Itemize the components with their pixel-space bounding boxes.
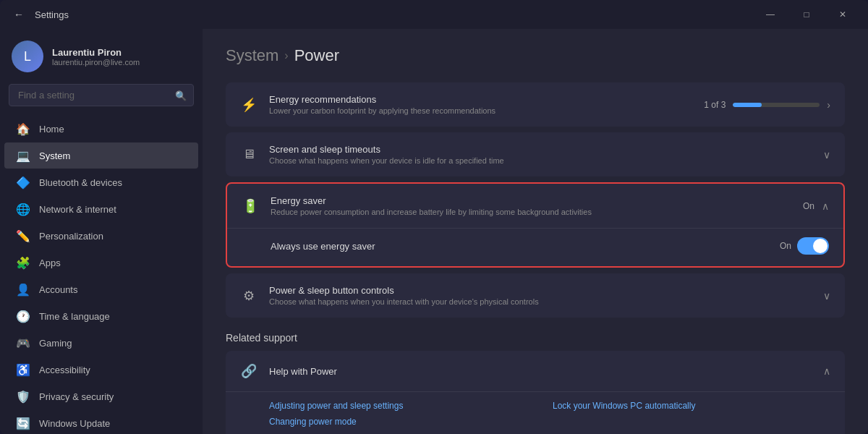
user-email: laurentiu.piron@live.com	[52, 58, 191, 67]
sidebar-label-home: Home	[39, 124, 64, 135]
screen-sleep-card: 🖥 Screen and sleep timeouts Choose what …	[226, 132, 845, 176]
content-area: L Laurentiu Piron laurentiu.piron@live.c…	[0, 29, 868, 434]
sidebar-item-time[interactable]: 🕐 Time & language	[4, 303, 198, 329]
sidebar-label-system: System	[39, 150, 70, 161]
back-button[interactable]: ←	[9, 4, 29, 25]
breadcrumb: System › Power	[226, 46, 845, 65]
help-link[interactable]: Changing power mode	[269, 417, 547, 427]
help-links: Adjusting power and sleep settingsLock y…	[226, 391, 845, 434]
power-sleep-right: ∨	[823, 290, 830, 302]
screen-sleep-right: ∨	[823, 149, 830, 161]
titlebar-title: Settings	[35, 9, 754, 20]
help-title-text: Help with Power	[269, 366, 812, 377]
help-header[interactable]: 🔗 Help with Power ∧	[226, 351, 845, 391]
sidebar-label-accounts: Accounts	[39, 284, 77, 295]
sidebar-item-network[interactable]: 🌐 Network & internet	[4, 196, 198, 222]
energy-recommendations-row[interactable]: ⚡ Energy recommendations Lower your carb…	[226, 82, 845, 127]
sidebar-item-windows-update[interactable]: 🔄 Windows Update	[4, 410, 198, 434]
breadcrumb-separator: ›	[284, 49, 288, 62]
user-section[interactable]: L Laurentiu Piron laurentiu.piron@live.c…	[0, 29, 203, 81]
windows-update-icon: 🔄	[16, 416, 30, 430]
energy-saver-chevron-up-icon: ∧	[822, 200, 829, 212]
apps-icon: 🧩	[16, 255, 30, 270]
help-title: Help with Power	[269, 366, 812, 377]
screen-icon: 🖥	[240, 146, 258, 163]
help-chevron-up-icon: ∧	[823, 365, 830, 377]
sidebar-label-bluetooth: Bluetooth & devices	[39, 177, 122, 188]
toggle-wrap: On	[780, 237, 829, 255]
help-icon: 🔗	[240, 362, 258, 380]
chevron-down-icon: ∨	[823, 149, 830, 161]
user-name: Laurentiu Piron	[52, 47, 191, 58]
help-card: 🔗 Help with Power ∧ Adjusting power and …	[226, 351, 845, 434]
help-right: ∧	[823, 365, 830, 377]
energy-rec-desc: Lower your carbon footprint by applying …	[269, 106, 692, 115]
related-support-title: Related support	[226, 332, 845, 344]
energy-saver-card: 🔋 Energy saver Reduce power consumption …	[226, 182, 845, 268]
sidebar-item-accessibility[interactable]: ♿ Accessibility	[4, 357, 198, 383]
settings-window: ← Settings — □ ✕ L Laurentiu Piron	[0, 0, 868, 434]
accounts-icon: 👤	[16, 282, 30, 297]
sidebar-item-privacy[interactable]: 🛡️ Privacy & security	[4, 383, 198, 409]
window-controls: — □ ✕	[754, 3, 859, 26]
energy-saver-title: Energy saver	[271, 195, 791, 206]
sidebar-item-accounts[interactable]: 👤 Accounts	[4, 276, 198, 302]
screen-sleep-text: Screen and sleep timeouts Choose what ha…	[269, 144, 812, 165]
energy-rec-progress-text: 1 of 3	[704, 100, 726, 110]
sidebar-item-bluetooth[interactable]: 🔷 Bluetooth & devices	[4, 169, 198, 195]
power-sleep-text: Power & sleep button controls Choose wha…	[269, 285, 812, 306]
power-sleep-row[interactable]: ⚙ Power & sleep button controls Choose w…	[226, 273, 845, 318]
energy-saver-icon: 🔋	[242, 197, 259, 215]
sidebar-item-home[interactable]: 🏠 Home	[4, 116, 198, 142]
power-sleep-chevron-icon: ∨	[823, 290, 830, 302]
always-use-label: Always use energy saver	[271, 241, 375, 252]
close-button[interactable]: ✕	[826, 3, 859, 26]
sidebar-label-network: Network & internet	[39, 204, 116, 215]
sidebar-label-gaming: Gaming	[39, 338, 72, 349]
sidebar-label-privacy: Privacy & security	[39, 391, 114, 402]
toggle-on-label: On	[780, 241, 791, 251]
sidebar: L Laurentiu Piron laurentiu.piron@live.c…	[0, 29, 203, 434]
sidebar-label-time: Time & language	[39, 311, 110, 322]
screen-sleep-title: Screen and sleep timeouts	[269, 144, 812, 155]
minimize-button[interactable]: —	[754, 3, 787, 26]
titlebar: ← Settings — □ ✕	[0, 0, 868, 29]
network-icon: 🌐	[16, 202, 30, 216]
energy-rec-text: Energy recommendations Lower your carbon…	[269, 94, 692, 115]
search-icon: 🔍	[175, 90, 187, 101]
system-icon: 💻	[16, 148, 30, 163]
energy-saver-desc: Reduce power consumption and increase ba…	[271, 208, 791, 216]
toggle-thumb	[813, 239, 827, 253]
user-info: Laurentiu Piron laurentiu.piron@live.com	[52, 47, 191, 67]
avatar: L	[12, 41, 43, 72]
screen-sleep-row[interactable]: 🖥 Screen and sleep timeouts Choose what …	[226, 132, 845, 176]
sidebar-item-system[interactable]: 💻 System	[4, 142, 198, 169]
sidebar-label-apps: Apps	[39, 258, 61, 268]
breadcrumb-parent: System	[226, 46, 278, 65]
sidebar-item-gaming[interactable]: 🎮 Gaming	[4, 330, 198, 356]
power-sleep-desc: Choose what happens when you interact wi…	[269, 297, 812, 306]
energy-saver-toggle[interactable]	[797, 237, 829, 255]
sidebar-item-personalization[interactable]: ✏️ Personalization	[4, 223, 198, 249]
home-icon: 🏠	[16, 122, 30, 136]
privacy-icon: 🛡️	[16, 389, 30, 404]
maximize-button[interactable]: □	[790, 3, 823, 26]
accessibility-icon: ♿	[16, 362, 30, 377]
personalization-icon: ✏️	[16, 229, 30, 243]
energy-saver-header[interactable]: 🔋 Energy saver Reduce power consumption …	[227, 184, 843, 228]
sidebar-label-accessibility: Accessibility	[39, 365, 90, 375]
time-icon: 🕐	[16, 309, 30, 323]
search-input[interactable]	[9, 84, 194, 106]
energy-saver-text: Energy saver Reduce power consumption an…	[271, 195, 791, 216]
sidebar-item-apps[interactable]: 🧩 Apps	[4, 250, 198, 276]
bluetooth-icon: 🔷	[16, 175, 30, 190]
energy-saver-status: On	[803, 201, 814, 211]
help-link[interactable]: Adjusting power and sleep settings	[269, 401, 547, 411]
sidebar-label-personalization: Personalization	[39, 231, 103, 242]
energy-recommendations-card: ⚡ Energy recommendations Lower your carb…	[226, 82, 845, 127]
power-icon: ⚙	[240, 287, 258, 305]
power-sleep-card: ⚙ Power & sleep button controls Choose w…	[226, 273, 845, 318]
progress-fill	[733, 103, 762, 107]
help-link[interactable]: Lock your Windows PC automatically	[553, 401, 830, 411]
nav-list: 🏠 Home 💻 System 🔷 Bluetooth & devices 🌐 …	[0, 115, 203, 434]
